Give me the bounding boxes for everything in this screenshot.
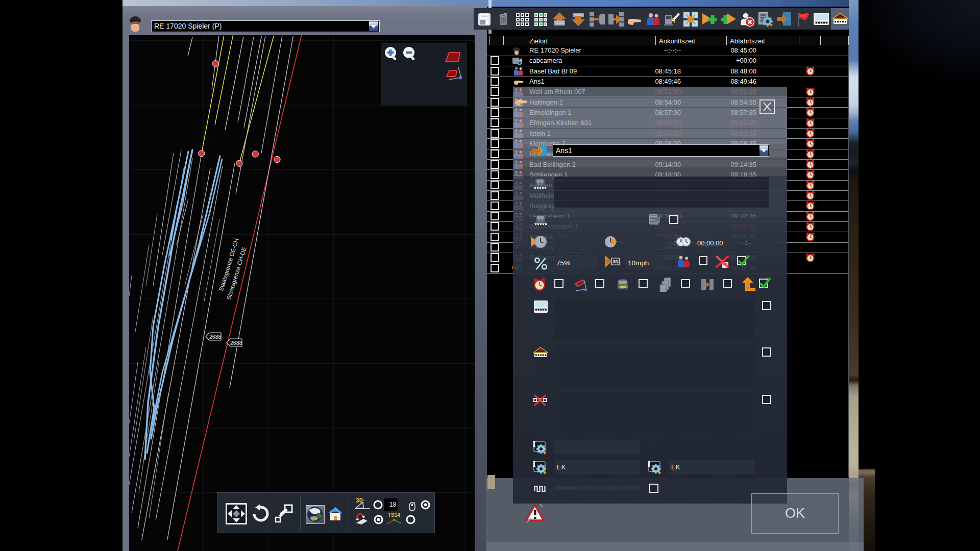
svg-text:2688: 2688 bbox=[230, 340, 242, 346]
svg-text:2688: 2688 bbox=[209, 334, 222, 340]
svg-text:30: 30 bbox=[612, 259, 618, 264]
